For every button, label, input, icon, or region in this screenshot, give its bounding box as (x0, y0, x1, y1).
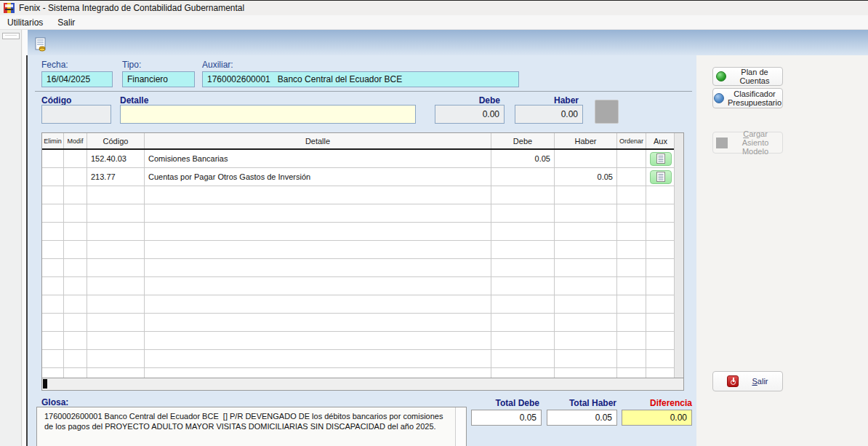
cell-ordenar (617, 314, 646, 332)
cell-haber (555, 223, 617, 241)
cell-elimin (42, 259, 64, 277)
cell-ordenar (617, 259, 646, 277)
menu-utilitarios[interactable]: Utilitarios (0, 16, 50, 29)
cell-aux (646, 241, 675, 259)
debe-input[interactable]: 0.00 (435, 105, 505, 124)
cell-elimin (42, 186, 64, 204)
cell-codigo (87, 368, 145, 378)
cell-detalle (145, 204, 491, 223)
panel-left-edge (26, 55, 28, 446)
table-row[interactable] (42, 332, 683, 350)
glosa-scrollbar[interactable] (455, 407, 465, 446)
cell-detalle (145, 186, 491, 204)
scrollbar-thumb[interactable] (43, 379, 47, 389)
aux-button[interactable] (650, 152, 672, 166)
cell-elimin (42, 350, 64, 368)
plan-de-cuentas-label: Plan de Cuentas (730, 68, 779, 85)
cell-elimin (42, 277, 64, 295)
menu-salir[interactable]: Salir (50, 16, 82, 29)
cell-elimin (42, 168, 64, 186)
cell-debe (491, 277, 555, 295)
cell-haber (555, 186, 617, 204)
cell-detalle (145, 314, 491, 332)
cell-debe (491, 368, 555, 378)
detalle-input[interactable] (120, 105, 416, 124)
table-row[interactable] (42, 223, 683, 241)
clasificador-presupuestario-button[interactable]: Clasificador Presupuestario (712, 88, 783, 108)
cell-elimin (42, 204, 64, 223)
cell-elimin (42, 295, 64, 314)
table-row[interactable]: 213.77Cuentas por Pagar Otros Gastos de … (42, 168, 683, 186)
debe-label: Debe (435, 95, 500, 105)
cell-debe (491, 350, 555, 368)
cell-modif (64, 223, 87, 241)
cell-codigo (87, 204, 145, 223)
cell-ordenar (617, 223, 646, 241)
plan-de-cuentas-button[interactable]: Plan de Cuentas (712, 67, 783, 86)
journal-document-icon[interactable] (33, 37, 48, 52)
tipo-field[interactable]: Financiero (122, 71, 195, 87)
auxiliar-label: Auxiliar: (202, 60, 233, 70)
cell-debe (491, 241, 555, 259)
cell-modif (64, 314, 87, 332)
rail-grip[interactable] (2, 33, 20, 39)
cell-aux (646, 223, 675, 241)
cell-aux (646, 314, 675, 332)
table-row[interactable] (42, 368, 683, 378)
cell-haber (555, 204, 617, 223)
cell-elimin (42, 223, 64, 241)
table-row[interactable] (42, 241, 683, 259)
table-vertical-scrollbar[interactable] (674, 133, 683, 378)
cell-elimin (42, 368, 64, 378)
header-aux: Aux (646, 133, 675, 148)
table-row[interactable] (42, 259, 683, 277)
cell-aux (646, 186, 675, 204)
window-title: Fenix - Sistema Integrado de Contabilida… (19, 3, 244, 13)
fecha-field[interactable]: 16/04/2025 (41, 71, 113, 87)
entries-table: Elimin Modif Código Detalle Debe Haber O… (41, 132, 684, 378)
cell-debe (491, 223, 555, 241)
cell-elimin (42, 332, 64, 350)
cell-ordenar (617, 350, 646, 368)
cell-aux (646, 204, 675, 223)
cell-codigo: 213.77 (87, 168, 145, 186)
cell-ordenar (617, 241, 646, 259)
haber-input[interactable]: 0.00 (515, 105, 583, 124)
glosa-textarea[interactable]: 1760002600001 Banco Central del Ecuador … (36, 407, 467, 446)
table-row[interactable] (42, 186, 683, 204)
aux-button[interactable] (650, 170, 672, 184)
cell-ordenar (617, 204, 646, 223)
tipo-label: Tipo: (122, 60, 141, 70)
table-horizontal-scrollbar[interactable] (41, 378, 684, 391)
auxiliar-field[interactable]: 1760002600001 Banco Central del Ecuador … (202, 71, 519, 87)
cell-elimin (42, 241, 64, 259)
cell-codigo (87, 332, 145, 350)
total-debe-value: 0.05 (471, 410, 542, 426)
cell-haber (555, 277, 617, 295)
cargar-asiento-label: Cargar Asiento Modelo (731, 130, 779, 156)
cell-haber (555, 368, 617, 378)
table-row[interactable] (42, 204, 683, 223)
salir-button[interactable]: Salir (712, 371, 783, 391)
table-row[interactable] (42, 350, 683, 368)
cell-ordenar (617, 168, 646, 186)
grid-rows: 152.40.03Comisiones Bancarias0.05213.77C… (42, 150, 683, 378)
table-row[interactable] (42, 277, 683, 295)
cell-debe (491, 168, 555, 186)
cell-debe (491, 332, 555, 350)
cell-aux (646, 168, 675, 186)
cell-ordenar (617, 277, 646, 295)
codigo-input[interactable] (41, 105, 111, 124)
cell-detalle (145, 259, 491, 277)
table-row[interactable] (42, 295, 683, 314)
cell-modif (64, 350, 87, 368)
cell-modif (64, 277, 87, 295)
table-row[interactable] (42, 314, 683, 332)
separator-line (35, 91, 692, 92)
cell-detalle (145, 277, 491, 295)
cell-modif (64, 295, 87, 314)
cell-debe (491, 314, 555, 332)
table-row[interactable]: 152.40.03Comisiones Bancarias0.05 (42, 150, 683, 168)
cell-ordenar (617, 150, 646, 168)
header-detalle: Detalle (145, 133, 491, 148)
